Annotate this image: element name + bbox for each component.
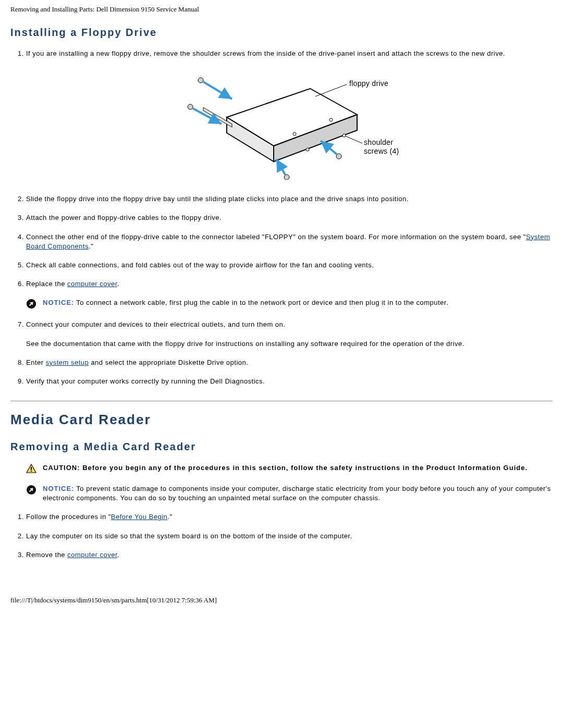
label-screws: screws (4) [364, 147, 399, 155]
heading-installing-floppy: Installing a Floppy Drive [10, 27, 553, 39]
link-computer-cover[interactable]: computer cover [67, 280, 117, 288]
notice-icon [26, 485, 36, 497]
notice-static: NOTICE: To prevent static damage to comp… [43, 484, 553, 503]
mcr-step-1: Follow the procedures in "Before You Beg… [26, 512, 553, 522]
svg-point-15 [329, 118, 333, 121]
caution-text: CAUTION: Before you begin any of the pro… [43, 463, 528, 473]
screw-icon [198, 78, 232, 99]
caution-icon [26, 464, 36, 475]
divider [10, 401, 553, 401]
step-2: Slide the floppy drive into the floppy d… [26, 194, 553, 204]
heading-removing-media-card-reader: Removing a Media Card Reader [10, 441, 553, 453]
figure-floppy-drive: floppy drive shoulder screws (4) [10, 68, 553, 181]
notice-icon [26, 299, 36, 311]
svg-line-4 [315, 84, 347, 96]
heading-media-card-reader: Media Card Reader [10, 412, 553, 428]
step-6: Replace the computer cover. [26, 279, 553, 289]
svg-point-17 [306, 148, 309, 151]
notice-network-cable: NOTICE: To connect a network cable, firs… [43, 298, 448, 307]
svg-point-6 [198, 78, 203, 83]
svg-point-12 [336, 154, 341, 159]
step-8: Enter system setup and select the approp… [26, 358, 553, 367]
screw-icon [188, 104, 222, 124]
footer-file-path: file:///T|/htdocs/systems/dim9150/en/sm/… [10, 596, 553, 604]
svg-rect-21 [31, 467, 32, 470]
step-4: Connect the other end of the floppy-driv… [26, 232, 553, 251]
label-shoulder: shoulder [364, 138, 393, 146]
step-3: Attach the power and floppy-drive cables… [26, 213, 553, 223]
page-header: Removing and Installing Parts: Dell Dime… [10, 5, 553, 14]
svg-point-10 [284, 175, 289, 180]
mcr-step-3: Remove the computer cover. [26, 550, 553, 560]
link-system-setup[interactable]: system setup [46, 359, 89, 366]
step-5: Check all cable connections, and fold ca… [26, 261, 553, 270]
svg-line-7 [203, 82, 232, 99]
label-floppy-drive: floppy drive [349, 79, 388, 88]
step-7: Connect your computer and devices to the… [26, 320, 553, 348]
svg-line-5 [344, 135, 362, 143]
link-computer-cover-2[interactable]: computer cover [67, 551, 117, 559]
svg-rect-22 [31, 471, 32, 472]
svg-line-11 [276, 159, 285, 175]
link-before-you-begin[interactable]: Before You Begin [111, 513, 167, 521]
svg-point-8 [188, 104, 193, 109]
step-9: Verify that your computer works correctl… [26, 377, 553, 386]
svg-point-14 [293, 132, 296, 135]
svg-point-16 [342, 134, 346, 137]
svg-line-13 [321, 141, 337, 154]
screw-icon [276, 159, 289, 180]
mcr-step-2: Lay the computer on its side so that the… [26, 532, 553, 541]
step-1: If you are installing a new floppy drive… [26, 49, 553, 58]
screw-icon [321, 141, 341, 159]
